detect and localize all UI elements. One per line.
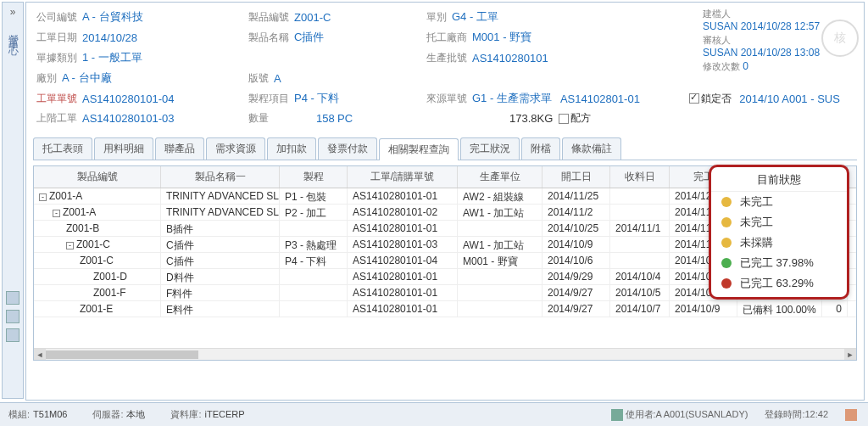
tab-7[interactable]: 完工狀況 — [460, 137, 520, 160]
parent-wo-label: 上階工單 — [36, 111, 77, 126]
status-item: 未完工 — [711, 192, 847, 212]
product-no-label: 製品編號 — [248, 10, 289, 25]
status-text: 未完工 — [740, 194, 773, 210]
expander-icon[interactable]: - — [53, 210, 60, 217]
unit-value[interactable]: G4 - 工單 — [452, 9, 498, 25]
login-value: 12:42 — [804, 409, 828, 419]
status-text: 未完工 — [740, 215, 773, 230]
sidebar-label: 營運中心 — [3, 21, 24, 45]
grid-cell: D料件 — [161, 269, 280, 284]
product-name[interactable]: C插件 — [294, 30, 324, 45]
grid-cell: AW1 - 加工站 — [458, 205, 542, 220]
status-dot-icon — [721, 217, 732, 227]
expander-icon[interactable]: - — [66, 242, 74, 249]
server-value: 本地 — [126, 409, 145, 419]
status-item: 未完工 — [711, 212, 847, 233]
grid-cell: 2014/10/5 — [610, 285, 670, 300]
proc-item-label: 製程項目 — [248, 92, 289, 106]
grid-cell: AW1 - 加工站 — [458, 237, 542, 252]
grid-header-cell[interactable]: 收料日 — [610, 166, 670, 188]
grid-cell: 2014/10/9 — [670, 301, 737, 317]
grid-cell — [280, 285, 348, 300]
grid-cell: F料件 — [161, 285, 280, 300]
scroll-right-arrow[interactable]: ► — [844, 349, 856, 361]
tab-6[interactable]: 相關製程查詢 — [379, 138, 459, 160]
grid-header-cell[interactable]: 生產單位 — [458, 166, 542, 188]
source-no[interactable]: AS14102801-01 — [560, 92, 640, 105]
batch-value[interactable]: AS1410280101 — [472, 52, 548, 64]
status-popup-title: 目前狀態 — [711, 171, 847, 192]
status-popup: 目前狀態 未完工未完工未採購已完工 37.98%已完工 63.29% — [709, 165, 849, 300]
grid-cell: AW2 - 組裝線 — [458, 188, 542, 204]
grid-cell: 2014/10/25 — [542, 221, 610, 236]
creator-label: 建檔人 — [703, 8, 855, 20]
lock-checkbox[interactable] — [689, 93, 699, 104]
expander-icon[interactable]: - — [39, 193, 47, 201]
grid-cell: C插件 — [161, 237, 280, 252]
grid-cell: AS1410280101-02 — [348, 205, 458, 220]
product-name-label: 製品名稱 — [248, 31, 289, 45]
tab-1[interactable]: 用料明細 — [94, 137, 153, 160]
tab-8[interactable]: 附檔 — [521, 137, 560, 160]
tab-4[interactable]: 加扣款 — [267, 137, 316, 160]
collapse-icon[interactable]: » — [3, 3, 23, 21]
grid-cell: P4 - 下料 — [280, 253, 348, 268]
grid-cell: AS1410280101-01 — [348, 301, 458, 317]
grid-cell: 0 — [822, 301, 848, 317]
wo-date[interactable]: 2014/10/28 — [82, 31, 137, 44]
module-value: T51M06 — [33, 409, 67, 419]
doc-type[interactable]: 1 - 一般工單 — [82, 50, 142, 65]
version-value[interactable]: A — [274, 72, 281, 85]
tool-icon-1[interactable] — [6, 291, 19, 305]
user-icon — [611, 409, 623, 421]
status-item: 已完工 37.98% — [711, 253, 847, 273]
doc-type-label: 單據類別 — [36, 51, 77, 65]
grid-cell: 2014/11/25 — [542, 188, 610, 204]
grid-cell: AS1410280101-01 — [348, 188, 458, 204]
db-label: 資料庫: — [170, 409, 201, 419]
horizontal-scrollbar[interactable]: ◄ ► — [34, 348, 856, 360]
tab-0[interactable]: 托工表頭 — [33, 137, 92, 160]
qty-value[interactable]: 158 — [316, 112, 335, 125]
tab-2[interactable]: 聯產品 — [155, 137, 204, 160]
grid-cell — [458, 221, 542, 236]
weight-value: 173.8KG — [509, 112, 553, 125]
grid-cell: P3 - 熱處理 — [280, 237, 348, 252]
tool-icon-2[interactable] — [6, 310, 19, 323]
grid-cell: TRINITY ADVANCED SL 0 — [161, 205, 280, 220]
grid-cell: B插件 — [161, 221, 280, 236]
recipe-checkbox[interactable] — [559, 114, 569, 124]
sidebar-tools — [6, 286, 21, 347]
company-no[interactable]: A - 台貿科技 — [82, 9, 143, 25]
left-sidebar: » 營運中心 — [2, 2, 24, 399]
user-label: 使用者: — [626, 409, 656, 419]
vendor-value[interactable]: M001 - 野寶 — [472, 30, 531, 45]
plant-value[interactable]: A - 台中廠 — [62, 70, 112, 86]
tabs: 托工表頭用料明細聯產品需求資源加扣款發票付款相關製程查詢完工狀況附檔條款備註 — [33, 137, 857, 160]
grid-header-cell[interactable]: 製品編號 — [34, 166, 161, 188]
grid-header-cell[interactable]: 工單/請購單號 — [348, 166, 458, 188]
tab-5[interactable]: 發票付款 — [318, 137, 377, 160]
table-row[interactable]: Z001-EE料件AS1410280101-012014/9/272014/10… — [34, 301, 856, 317]
status-dot-icon — [721, 278, 732, 289]
grid-cell: 2014/10/7 — [610, 301, 670, 317]
tab-9[interactable]: 條款備註 — [562, 137, 621, 160]
parent-wo[interactable]: AS1410280101-03 — [82, 112, 174, 125]
tool-icon-3[interactable] — [6, 328, 19, 342]
product-no[interactable]: Z001-C — [294, 11, 331, 24]
right-meta: 建檔人 SUSAN 2014/10/28 12:57 審核人 SUSAN 201… — [703, 8, 855, 73]
grid-cell: 2014/11/1 — [610, 221, 670, 236]
source-value[interactable]: G1 - 生產需求單 — [472, 91, 552, 106]
scroll-left-arrow[interactable]: ◄ — [34, 349, 46, 361]
status-item: 已完工 63.29% — [711, 273, 847, 294]
wo-no[interactable]: AS1410280101-04 — [82, 92, 174, 105]
grid-header-cell[interactable]: 開工日 — [542, 166, 610, 188]
wo-no-label: 工單單號 — [36, 92, 77, 106]
scroll-thumb[interactable] — [46, 350, 198, 359]
proc-item[interactable]: P4 - 下料 — [294, 91, 339, 106]
db-value: iTECERP — [205, 409, 245, 419]
grid-header-cell[interactable]: 製程 — [280, 166, 348, 188]
tab-3[interactable]: 需求資源 — [206, 137, 265, 160]
grid-header-cell[interactable]: 製品名稱一 — [161, 166, 280, 188]
keyboard-icon[interactable] — [845, 409, 857, 421]
